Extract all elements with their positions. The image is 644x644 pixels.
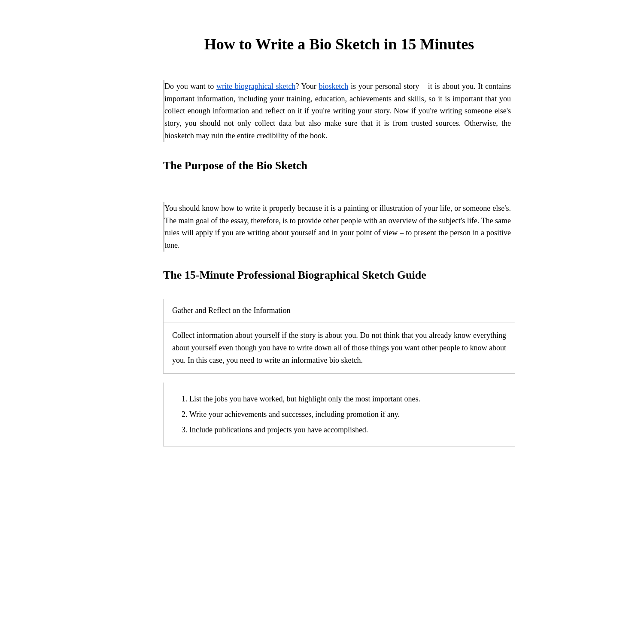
section1-heading: The Purpose of the Bio Sketch <box>163 159 515 172</box>
steps-list: List the jobs you have worked, but highl… <box>189 391 506 437</box>
table-row-body: Collect information about yourself if th… <box>164 322 515 374</box>
intro-text-after-links: is your personal story – it is about you… <box>164 82 511 140</box>
biosketch-link[interactable]: biosketch <box>319 82 348 91</box>
page-container: How to Write a Bio Sketch in 15 Minutes … <box>112 0 532 481</box>
write-biographical-sketch-link[interactable]: write biographical sketch <box>216 82 295 91</box>
page-title: How to Write a Bio Sketch in 15 Minutes <box>163 34 515 55</box>
info-table: Gather and Reflect on the Information Co… <box>163 299 515 374</box>
steps-list-section: List the jobs you have worked, but highl… <box>163 383 515 447</box>
intro-paragraph: Do you want to write biographical sketch… <box>163 80 515 142</box>
intro-text-between-links: ? Your <box>295 82 319 91</box>
list-item: Write your achievements and successes, i… <box>189 407 506 422</box>
table-row-header: Gather and Reflect on the Information <box>164 299 515 322</box>
intro-text-before-link1: Do you want to <box>164 82 216 91</box>
list-item: List the jobs you have worked, but highl… <box>189 391 506 407</box>
section2-heading: The 15-Minute Professional Biographical … <box>163 269 515 282</box>
list-item: Include publications and projects you ha… <box>189 422 506 437</box>
section1-body: You should know how to write it properly… <box>163 202 515 252</box>
